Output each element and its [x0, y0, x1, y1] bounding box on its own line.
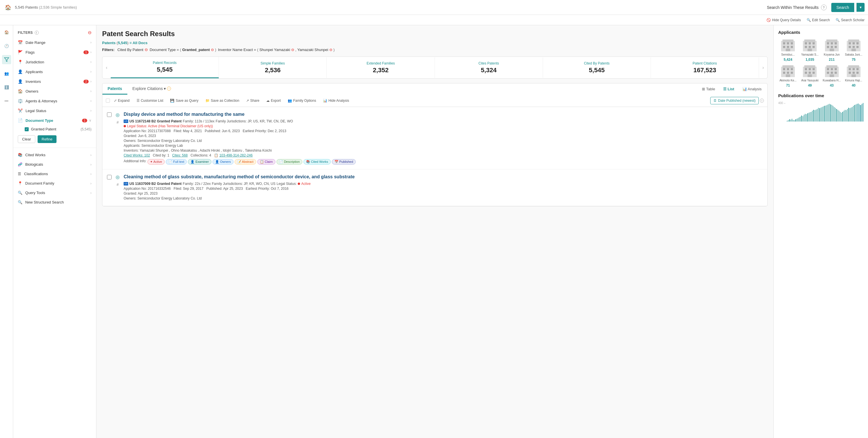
nav-filter[interactable]: [2, 55, 11, 64]
nav-people[interactable]: 👥: [2, 69, 11, 78]
patent-title-2[interactable]: Cleaning method of glass substrate, manu…: [124, 174, 763, 180]
search-button[interactable]: Search: [831, 3, 854, 12]
stats-next-button[interactable]: ›: [759, 57, 767, 78]
patent-card-2[interactable]: ◎ # Cleaning method of glass substrate, …: [102, 169, 767, 206]
hashtag-icon-1[interactable]: #: [115, 119, 121, 125]
sidebar-item-jurisdiction[interactable]: 📍 Jurisdiction ›: [13, 57, 96, 67]
clear-button[interactable]: Clear: [18, 135, 35, 143]
tag-description-1[interactable]: 📄 Description: [277, 159, 302, 165]
tag-examiner-1[interactable]: 👤 Examiner: [188, 159, 211, 165]
tag-owners-1[interactable]: 👤 Owners: [213, 159, 234, 165]
applicant-card-1[interactable]: Yamazaki S... 1,035: [800, 38, 819, 62]
query-tools-icon: 🔍: [18, 191, 22, 195]
granted-patent-filter[interactable]: ✓ Granted Patent (5,545): [13, 125, 96, 133]
patent-checkbox-1[interactable]: [107, 112, 112, 117]
tag-claim-1[interactable]: 📋 Claim: [257, 159, 275, 165]
share-button[interactable]: ↗ Share: [243, 97, 262, 104]
tab-explore-citations[interactable]: Explore Citations ▾ !: [127, 83, 177, 95]
applicant-card-2[interactable]: Koyama Jun 211: [822, 38, 842, 62]
chart-bar-15: [805, 114, 805, 122]
stat-cited-by-patents[interactable]: Cited By Patents 5,545: [543, 57, 651, 78]
stats-prev-button[interactable]: ‹: [102, 57, 111, 78]
view-switcher: ⊞ Table ☰ List 📊 Analysis: [699, 85, 767, 93]
edit-search-link[interactable]: 🔍 Edit Search: [807, 18, 830, 22]
stat-patent-citations[interactable]: Patent Citations 167,523: [651, 57, 759, 78]
sort-info-icon[interactable]: i: [760, 99, 764, 103]
family-options-button[interactable]: 👥 Family Options: [285, 97, 319, 104]
nav-info[interactable]: ℹ️: [2, 82, 11, 92]
nav-home[interactable]: 🏠: [2, 28, 11, 37]
list-view-button[interactable]: ☰ List: [720, 85, 738, 93]
sidebar-item-inventors[interactable]: 👤 Inventors 2 ›: [13, 76, 96, 86]
table-view-button[interactable]: ⊞ Table: [699, 85, 718, 93]
sidebar-item-legal[interactable]: ✂️ Legal Status ›: [13, 106, 96, 115]
applicant-card-3[interactable]: Sakata Juni... 75: [844, 38, 863, 62]
granted-checkbox[interactable]: ✓: [25, 127, 29, 131]
tag-active-1[interactable]: ✦ Active: [148, 159, 164, 165]
tab-patents[interactable]: Patents: [102, 83, 127, 95]
stat-cites-patents[interactable]: Cites Patents 5,324: [435, 57, 543, 78]
hashtag-icon-2[interactable]: #: [115, 181, 121, 188]
applicant-card-7[interactable]: Kimura Haji... 40: [844, 64, 863, 88]
search-scholar-link[interactable]: 🔍 Search Scholar: [836, 18, 865, 22]
sidebar-item-agents[interactable]: ⚖️ Agents & Attorneys ›: [13, 96, 96, 106]
sidebar-item-applicants[interactable]: 👤 Applicants ›: [13, 67, 96, 76]
sidebar-item-classifications[interactable]: ☰ Classifications ›: [13, 169, 96, 178]
patent-card-1[interactable]: ◎ # Display device and method for manufa…: [102, 107, 767, 169]
customise-list-button[interactable]: ☰ Customise List: [134, 97, 166, 104]
patent-detail-app-1: Application No: 202117307088 Filed: May …: [124, 129, 763, 133]
save-as-query-button[interactable]: 💾 Save as Query: [167, 97, 201, 104]
family-options-icon: 👥: [288, 99, 292, 103]
applicant-card-6[interactable]: Kuwabara H... 43: [822, 64, 842, 88]
hide-query-link[interactable]: 🚫 Hide Query Details: [767, 18, 801, 22]
applicant-card-4[interactable]: Akimoto Ke... 71: [778, 64, 798, 88]
applicant-card-5[interactable]: Arai Yasuyuki 49: [800, 64, 819, 88]
expand-button[interactable]: ⤢ Expand: [111, 97, 132, 104]
save-as-collection-button[interactable]: 📁 Save as Collection: [203, 97, 242, 104]
cited-works-link-1[interactable]: Cited Works: 102: [124, 154, 150, 157]
sidebar-item-doc-family[interactable]: 📍 Document Family ›: [13, 178, 96, 188]
home-icon[interactable]: 🏠: [3, 3, 12, 12]
sidebar-item-date-range[interactable]: 📅 Date Range ›: [13, 38, 96, 47]
tag-published-1[interactable]: 📅 Published: [332, 159, 356, 165]
sidebar-item-doctype[interactable]: 📄 Document Type 1 ∨: [13, 115, 96, 125]
help-icon[interactable]: ?: [821, 5, 827, 10]
sidebar-item-owners[interactable]: 🏠 Owners ›: [13, 86, 96, 96]
sidebar-item-biologicals[interactable]: 🧬 Biologicals ›: [13, 160, 96, 169]
chart-bar-32: [826, 105, 826, 122]
sidebar-item-flags[interactable]: 🚩 Flags 1 ›: [13, 47, 96, 57]
sidebar-item-new-search[interactable]: 🔍 New Structured Search: [13, 198, 96, 207]
chart-bar-44: [840, 112, 840, 122]
phone-number-1[interactable]: 103-498-314-282-246: [219, 154, 253, 157]
stat-simple-families[interactable]: Simple Families 2,536: [219, 57, 327, 78]
tag-abstract-1[interactable]: 📝 Abstract: [235, 159, 256, 165]
status-circle-icon-2[interactable]: ◎: [115, 174, 121, 180]
search-dropdown-button[interactable]: ▾: [857, 3, 865, 12]
filters-remove-icon[interactable]: ⊖: [88, 30, 92, 35]
applicant-card-0[interactable]: Semiduc... 5,424: [778, 38, 798, 62]
svg-rect-9: [786, 48, 790, 51]
patent-checkbox-2[interactable]: [107, 175, 112, 179]
export-button[interactable]: ☁ Export: [263, 97, 284, 104]
tag-cited-works-1[interactable]: 📚 Cited Works: [304, 159, 331, 165]
nav-more[interactable]: •••: [2, 96, 11, 105]
sidebar-item-cited-works[interactable]: 📚 Cited Works ›: [13, 150, 96, 160]
cites-link-1[interactable]: Cites: 568: [172, 154, 188, 157]
stat-extended-families[interactable]: Extended Families 2,352: [327, 57, 435, 78]
search-within-label: Search Within These Results: [767, 5, 818, 10]
refine-button[interactable]: Refine: [38, 135, 57, 143]
filters-info-icon[interactable]: i: [35, 31, 39, 35]
tag-fulltext-1[interactable]: 📄 Full text: [166, 159, 187, 165]
analysis-view-button[interactable]: 📊 Analysis: [739, 85, 765, 93]
nav-clock[interactable]: 🕐: [2, 41, 11, 50]
sort-button[interactable]: 🗓 Date Published (newest): [710, 97, 759, 104]
sidebar-item-query-tools[interactable]: 🔍 Query Tools ›: [13, 188, 96, 198]
applicants-icon: 👤: [18, 69, 23, 74]
status-circle-icon-1[interactable]: ◎: [115, 111, 121, 118]
explore-info-icon[interactable]: !: [167, 87, 171, 91]
hide-analysis-button[interactable]: 📊 Hide Analysis: [320, 97, 352, 104]
stat-patent-records[interactable]: Patent Records 5,545: [111, 57, 219, 78]
chevron-right-icon-owners: ›: [90, 89, 92, 93]
select-all-checkbox[interactable]: [106, 99, 110, 103]
patent-title-1[interactable]: Display device and method for manufactur…: [124, 111, 763, 117]
